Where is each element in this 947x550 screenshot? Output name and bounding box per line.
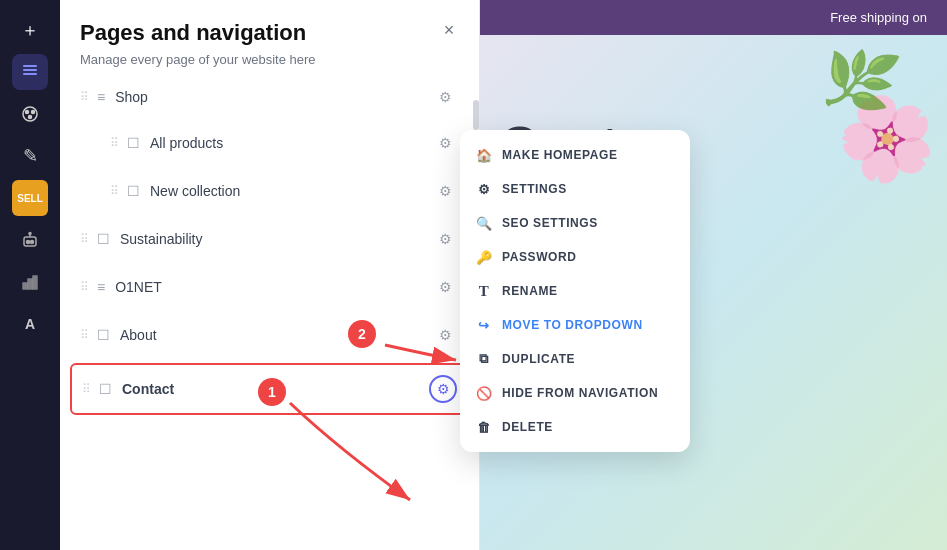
hide-from-nav-icon: 🚫	[476, 385, 492, 401]
hamburger-icon: ≡	[97, 89, 105, 105]
svg-rect-0	[23, 69, 37, 71]
page-icon-all-products: ☐	[127, 135, 140, 151]
drag-handle-about: ⠿	[80, 328, 89, 342]
nav-item-sustainability[interactable]: ⠿ ☐ Sustainability ⚙	[70, 215, 469, 263]
badge-2: 2	[348, 320, 376, 348]
toolbar-palette-icon[interactable]	[12, 96, 48, 132]
toolbar-translate-icon[interactable]: A	[12, 306, 48, 342]
pages-panel: Pages and navigation Manage every page o…	[60, 0, 480, 550]
contact-gear-button[interactable]: ⚙	[429, 375, 457, 403]
nav-item-o1net[interactable]: ⠿ ≡ O1NET ⚙	[70, 263, 469, 311]
annotation-badge-1: 1	[258, 378, 286, 406]
context-menu: 🏠 MAKE HOMEPAGE ⚙ SETTINGS 🔍 SEO SETTING…	[460, 130, 690, 452]
delete-label: DELETE	[502, 420, 553, 434]
nav-item-about[interactable]: ⠿ ☐ About ⚙	[70, 311, 469, 359]
toolbar-bot-icon[interactable]	[12, 222, 48, 258]
dropdown-icon-o1net: ≡	[97, 279, 105, 295]
shop-gear-button[interactable]: ⚙	[431, 83, 459, 111]
make-homepage-icon: 🏠	[476, 147, 492, 163]
o1net-label: O1NET	[115, 279, 431, 295]
annotation-badge-2: 2	[348, 320, 376, 348]
left-toolbar: ＋ ✎ SELL A	[0, 0, 60, 550]
svg-point-9	[31, 241, 34, 244]
page-icon-about: ☐	[97, 327, 110, 343]
context-menu-move-to-dropdown[interactable]: ↪ MOVE TO DROPDOWN	[460, 308, 690, 342]
o1net-gear-button[interactable]: ⚙	[431, 273, 459, 301]
svg-rect-2	[23, 65, 37, 67]
context-menu-hide-from-nav[interactable]: 🚫 HIDE FROM NAVIGATION	[460, 376, 690, 410]
all-products-label: All products	[150, 135, 431, 151]
svg-rect-1	[23, 73, 37, 75]
nav-item-shop[interactable]: ⠿ ≡ Shop ⚙	[70, 75, 469, 119]
context-menu-settings[interactable]: ⚙ SETTINGS	[460, 172, 690, 206]
about-gear-button[interactable]: ⚙	[431, 321, 459, 349]
drag-handle-sustainability: ⠿	[80, 232, 89, 246]
toolbar-edit-icon[interactable]: ✎	[12, 138, 48, 174]
svg-rect-13	[28, 279, 32, 289]
svg-point-5	[32, 111, 35, 114]
sustainability-gear-button[interactable]: ⚙	[431, 225, 459, 253]
page-icon-sustainability: ☐	[97, 231, 110, 247]
duplicate-icon: ⧉	[476, 351, 492, 367]
panel-close-button[interactable]: ×	[435, 16, 463, 44]
shop-label: Shop	[115, 89, 431, 105]
toolbar-sell-badge[interactable]: SELL	[12, 180, 48, 216]
seo-settings-icon: 🔍	[476, 215, 492, 231]
nav-list: ⠿ ≡ Shop ⚙ ⠿ ☐ All products ⚙ ⠿ ☐ New co…	[60, 75, 479, 419]
drag-handle-o1net: ⠿	[80, 280, 89, 294]
page-icon-new-collection: ☐	[127, 183, 140, 199]
move-to-dropdown-label: MOVE TO DROPDOWN	[502, 318, 643, 332]
delete-icon: 🗑	[476, 419, 492, 435]
context-menu-duplicate[interactable]: ⧉ DUPLICATE	[460, 342, 690, 376]
svg-rect-12	[23, 283, 27, 289]
new-collection-gear-button[interactable]: ⚙	[431, 177, 459, 205]
seo-settings-label: SEO SETTINGS	[502, 216, 598, 230]
move-to-dropdown-icon: ↪	[476, 317, 492, 333]
context-menu-delete[interactable]: 🗑 DELETE	[460, 410, 690, 444]
sustainability-label: Sustainability	[120, 231, 431, 247]
nav-item-new-collection[interactable]: ⠿ ☐ New collection ⚙	[70, 167, 469, 215]
password-label: PASSWORD	[502, 250, 577, 264]
drag-handle-all-products: ⠿	[110, 136, 119, 150]
page-icon-contact: ☐	[99, 381, 112, 397]
panel-title: Pages and navigation	[80, 20, 459, 46]
drag-handle-contact: ⠿	[82, 382, 91, 396]
toolbar-chart-icon[interactable]	[12, 264, 48, 300]
svg-rect-14	[33, 276, 37, 289]
password-icon: 🔑	[476, 249, 492, 265]
settings-icon: ⚙	[476, 181, 492, 197]
context-menu-rename[interactable]: T RENAME	[460, 274, 690, 308]
duplicate-label: DUPLICATE	[502, 352, 575, 366]
svg-point-11	[29, 233, 31, 235]
nav-item-all-products[interactable]: ⠿ ☐ All products ⚙	[70, 119, 469, 167]
context-menu-seo-settings[interactable]: 🔍 SEO SETTINGS	[460, 206, 690, 240]
toolbar-layers-icon[interactable]	[12, 54, 48, 90]
badge-1: 1	[258, 378, 286, 406]
rename-label: RENAME	[502, 284, 558, 298]
all-products-gear-button[interactable]: ⚙	[431, 129, 459, 157]
drag-handle-shop: ⠿	[80, 90, 89, 104]
rename-icon: T	[476, 283, 492, 299]
panel-header: Pages and navigation Manage every page o…	[60, 0, 479, 75]
toolbar-add-icon[interactable]: ＋	[12, 12, 48, 48]
svg-point-6	[29, 116, 32, 119]
hide-from-nav-label: HIDE FROM NAVIGATION	[502, 386, 658, 400]
new-collection-label: New collection	[150, 183, 431, 199]
preview-flowers: 🌸 🌿	[747, 0, 947, 195]
about-label: About	[120, 327, 431, 343]
make-homepage-label: MAKE HOMEPAGE	[502, 148, 618, 162]
scroll-indicator	[473, 100, 479, 130]
svg-point-4	[26, 111, 29, 114]
context-menu-password[interactable]: 🔑 PASSWORD	[460, 240, 690, 274]
panel-subtitle: Manage every page of your website here	[80, 52, 459, 67]
context-menu-make-homepage[interactable]: 🏠 MAKE HOMEPAGE	[460, 138, 690, 172]
drag-handle-new-collection: ⠿	[110, 184, 119, 198]
settings-label: SETTINGS	[502, 182, 567, 196]
svg-point-8	[27, 241, 30, 244]
